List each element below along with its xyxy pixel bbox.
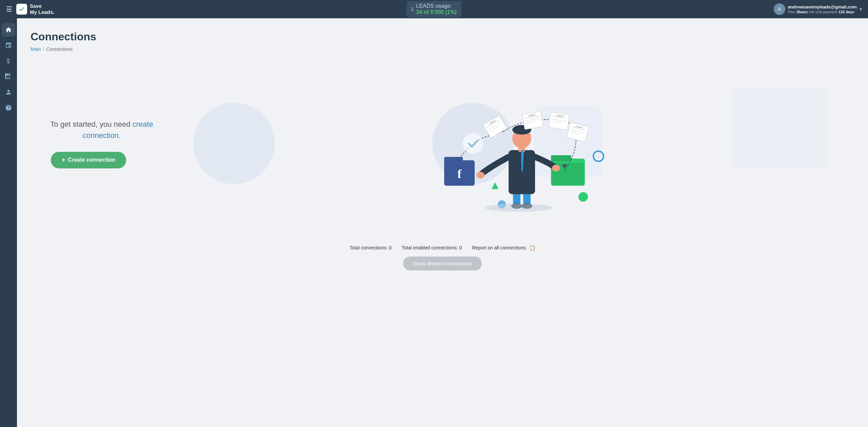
svg-point-17 bbox=[552, 165, 560, 171]
layout: Connections Main / Connections To get st… bbox=[0, 18, 868, 427]
svg-point-44 bbox=[485, 204, 553, 212]
sidebar bbox=[0, 18, 17, 427]
svg-text:f: f bbox=[457, 167, 462, 181]
page-title: Connections bbox=[31, 30, 854, 43]
plan-name: Basic bbox=[797, 10, 807, 14]
breadcrumb-separator: / bbox=[43, 46, 44, 52]
sidebar-item-profile[interactable] bbox=[2, 85, 15, 99]
svg-point-41 bbox=[578, 192, 588, 202]
svg-point-45 bbox=[463, 133, 483, 154]
hamburger-icon[interactable]: ☰ bbox=[6, 5, 12, 13]
hero-left: To get started, you need create connecti… bbox=[31, 105, 173, 182]
plan-days: 132 days bbox=[839, 10, 854, 14]
leads-usage-title: LEADS usage: bbox=[416, 3, 452, 9]
logo-icon bbox=[16, 4, 27, 15]
svg-rect-6 bbox=[551, 155, 571, 161]
create-connection-button[interactable]: + Create connection bbox=[51, 152, 126, 168]
sidebar-item-home[interactable] bbox=[2, 23, 15, 37]
leads-usage-count: 34 of 5'000 (1%) bbox=[416, 9, 456, 15]
user-email: andrewsavemyleads@gmail.com bbox=[788, 4, 857, 9]
svg-marker-40 bbox=[492, 182, 498, 189]
report-label: Report on all connections: 📋 bbox=[472, 245, 535, 250]
total-connections: Total connections: 0 bbox=[350, 245, 392, 250]
main-content: Connections Main / Connections To get st… bbox=[17, 18, 868, 427]
user-info: andrewsavemyleads@gmail.com Plan |Basic|… bbox=[788, 4, 857, 14]
bg-circle-right bbox=[732, 87, 827, 168]
hero-tagline: To get started, you need create connecti… bbox=[31, 119, 173, 141]
plus-icon: + bbox=[62, 157, 65, 164]
info-icon: ℹ bbox=[411, 6, 413, 13]
avatar: A bbox=[774, 3, 785, 15]
breadcrumb-current: Connections bbox=[46, 46, 73, 52]
total-enabled-connections: Total enabled connections: 0 bbox=[402, 245, 462, 250]
sidebar-item-connections[interactable] bbox=[2, 39, 15, 52]
logo-text: SaveMy Leads. bbox=[30, 3, 55, 15]
sidebar-item-billing[interactable] bbox=[2, 54, 15, 68]
top-navigation: ☰ SaveMy Leads. ℹ LEADS usage: 34 of 5'0… bbox=[0, 0, 868, 18]
svg-point-16 bbox=[476, 172, 485, 179]
show-deleted-connections-button[interactable]: Show deleted connections bbox=[403, 257, 481, 270]
chevron-down-icon[interactable]: ▾ bbox=[860, 6, 862, 12]
leads-usage-widget[interactable]: ℹ LEADS usage: 34 of 5'000 (1%) bbox=[407, 1, 461, 17]
illustration-svg: f bbox=[419, 72, 609, 215]
create-connection-label: Create connection bbox=[68, 157, 116, 163]
hero-tagline-text: To get started, you need bbox=[50, 120, 132, 128]
user-plan: Plan |Basic| left until payment 132 days bbox=[788, 10, 854, 14]
logo: SaveMy Leads. bbox=[16, 3, 55, 15]
hero-illustration: f bbox=[173, 65, 854, 221]
sidebar-item-templates[interactable] bbox=[2, 70, 15, 83]
sidebar-item-help[interactable] bbox=[2, 101, 15, 115]
footer-stats: Total connections: 0 Total enabled conne… bbox=[31, 245, 854, 270]
breadcrumb: Main / Connections bbox=[31, 46, 854, 52]
bg-circle-left bbox=[193, 103, 275, 184]
report-icon[interactable]: 📋 bbox=[530, 245, 535, 250]
stats-row: Total connections: 0 Total enabled conne… bbox=[350, 245, 535, 250]
hero-area: To get started, you need create connecti… bbox=[31, 62, 854, 225]
breadcrumb-main[interactable]: Main bbox=[31, 46, 41, 52]
